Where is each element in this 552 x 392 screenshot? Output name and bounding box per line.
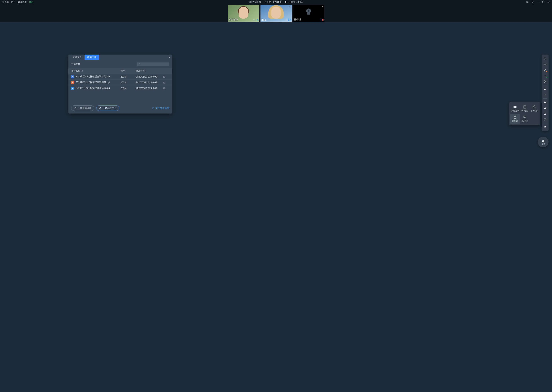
- volume-bars-icon: [256, 19, 256, 21]
- sort-desc-icon: ▼: [81, 70, 83, 72]
- tool-move-icon[interactable]: [542, 62, 548, 67]
- dialog-tabs: 云盘文件 本地文件 ×: [68, 55, 172, 60]
- tool-pen-icon[interactable]: [542, 67, 548, 73]
- tools-popover: 屏幕共享 答题器 抢答器 计时器 2+3 小黑板: [509, 102, 540, 125]
- col-name[interactable]: 文件名称▼: [71, 69, 121, 73]
- tab-cloud-files[interactable]: 云盘文件: [70, 55, 85, 60]
- minimize-icon[interactable]: [537, 1, 539, 3]
- camera-indicator-icon: [286, 19, 288, 21]
- room-id-value: 2020070324: [290, 1, 303, 3]
- tool-folder-icon[interactable]: [542, 99, 548, 105]
- table-header: 文件名称▼ 大小 修改时间: [68, 68, 172, 74]
- tool-blackboard[interactable]: 2+3 小黑板: [520, 114, 529, 124]
- svg-point-31: [545, 119, 545, 119]
- table-row[interactable]: 2019年工作汇报情况查询等等.jpg 200M 2020/06/23 12:0…: [68, 85, 172, 91]
- file-size: 200M: [121, 87, 136, 90]
- mic-icon: [289, 19, 291, 21]
- tab-local-files[interactable]: 本地文件: [85, 55, 99, 60]
- tool-text-icon[interactable]: T: [542, 73, 548, 78]
- tool-color-icon[interactable]: [542, 92, 548, 98]
- svg-point-27: [545, 113, 545, 114]
- tool-bell-icon[interactable]: [542, 124, 548, 130]
- packet-loss-value: 0%: [11, 1, 14, 3]
- mic-icon: [257, 19, 259, 21]
- tool-person-icon[interactable]: [542, 111, 548, 116]
- room-id-label: ID：: [285, 1, 290, 3]
- close-video-icon[interactable]: ×: [322, 5, 324, 8]
- packet-loss-label: 丢包率：: [2, 1, 11, 3]
- video-tile[interactable]: × 王小明: [293, 5, 324, 22]
- close-window-icon[interactable]: [547, 1, 550, 3]
- table-row[interactable]: P2019年工作汇报情况查询等等.ppt 200M 2020/06/23 12:…: [68, 79, 172, 85]
- net-status-label: 网络状态：: [17, 1, 29, 3]
- svg-point-1: [532, 2, 533, 2]
- svg-point-24: [545, 94, 545, 95]
- video-tile[interactable]: 叮当老师: [228, 5, 259, 22]
- volume-bars-icon: [321, 19, 321, 21]
- col-size[interactable]: 大小: [121, 69, 136, 73]
- tool-timer[interactable]: 计时器: [510, 114, 520, 124]
- mic-muted-icon: [322, 19, 324, 21]
- svg-point-6: [308, 10, 310, 12]
- camera-indicator-icon: [253, 19, 255, 21]
- document-icon: [74, 107, 76, 110]
- net-status-value: 良好: [29, 1, 34, 3]
- svg-text:T: T: [544, 75, 546, 77]
- col-mtime[interactable]: 修改时间: [136, 69, 163, 73]
- svg-rect-17: [523, 106, 526, 108]
- svg-point-23: [544, 81, 545, 81]
- camera-icon[interactable]: [526, 1, 529, 3]
- tool-laser-icon[interactable]: [542, 56, 548, 61]
- file-image-icon: [71, 87, 74, 90]
- class-title: 神秘大自然: [249, 0, 261, 4]
- settings-icon[interactable]: [531, 1, 534, 3]
- webcam-off-icon: [304, 8, 313, 17]
- video-tile[interactable]: × Nina: [261, 5, 292, 22]
- dialog-close-icon[interactable]: ×: [168, 56, 170, 59]
- raise-hand-button[interactable]: 0/2: [538, 137, 549, 147]
- svg-point-22: [544, 82, 545, 83]
- upload-animated-button[interactable]: 上传动效文件: [96, 105, 119, 111]
- table-row[interactable]: W2019年工作汇报情况查询等等.doc 200M 2020/06/23 12:…: [68, 74, 172, 79]
- svg-point-29: [545, 119, 545, 119]
- tool-chat-icon[interactable]: [542, 117, 548, 122]
- file-ppt-icon: P: [71, 81, 74, 84]
- file-size: 200M: [121, 81, 136, 84]
- volume-bars-icon: [288, 19, 289, 21]
- svg-rect-8: [308, 13, 309, 14]
- delete-icon[interactable]: [163, 75, 165, 78]
- delete-icon[interactable]: [163, 87, 165, 90]
- upload-normal-button[interactable]: 上传普通课件: [71, 105, 94, 111]
- search-field[interactable]: [142, 63, 168, 65]
- tool-answer[interactable]: 答题器: [520, 104, 529, 114]
- delete-icon[interactable]: [163, 81, 165, 84]
- elapsed-value: 02:34:09: [273, 1, 282, 3]
- file-mtime: 2020/06/23 12:09:09: [136, 81, 163, 84]
- search-input[interactable]: [137, 62, 169, 66]
- file-mtime: 2020/06/23 12:09:09: [136, 75, 163, 78]
- play-circle-icon: [99, 107, 102, 110]
- supported-types-link[interactable]: 文件支持类型: [152, 107, 169, 110]
- tool-toolbox-icon[interactable]: [542, 105, 548, 111]
- close-video-icon[interactable]: ×: [290, 5, 291, 8]
- svg-rect-26: [544, 108, 546, 108]
- tool-scissors-icon[interactable]: [542, 79, 548, 84]
- file-name: 2019年工作汇报情况查询等等.ppt: [76, 81, 110, 84]
- hand-icon: [541, 139, 545, 143]
- elapsed-label: 已上课：: [264, 1, 273, 3]
- file-name: 2019年工作汇报情况查询等等.jpg: [76, 86, 110, 90]
- tool-screen-share[interactable]: 屏幕共享: [510, 104, 520, 114]
- status-bar: 丢包率：0% 网络状态：良好 神秘大自然 已上课：02:34:09 ID：202…: [0, 0, 552, 4]
- participant-name: Nina: [261, 19, 266, 21]
- svg-point-11: [72, 87, 73, 88]
- fullscreen-icon[interactable]: [542, 1, 545, 3]
- all-files-label: 全部文件: [71, 63, 80, 66]
- tool-buzzer[interactable]: 抢答器: [529, 104, 539, 114]
- file-doc-icon: W: [71, 75, 74, 78]
- tool-eraser-icon[interactable]: [542, 86, 548, 92]
- svg-line-10: [140, 64, 140, 64]
- file-dialog: 云盘文件 本地文件 × 全部文件 文件名称▼ 大小 修改时间 W2019年工作汇…: [68, 55, 172, 113]
- svg-rect-0: [526, 1, 528, 3]
- right-toolbar: T: [542, 55, 549, 131]
- info-icon: [152, 107, 154, 110]
